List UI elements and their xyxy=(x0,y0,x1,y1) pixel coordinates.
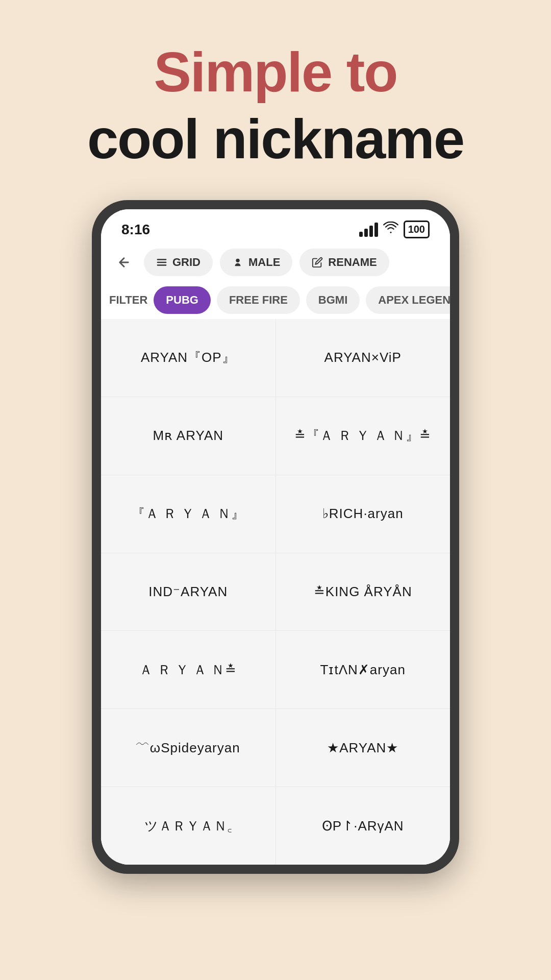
nickname-text-11: ★ARYAN★ xyxy=(327,740,398,756)
status-bar: 8:16 xyxy=(101,209,450,243)
filter-bar: FILTER PUBG FREE FIRE BGMI APEX LEGEND xyxy=(101,281,450,319)
nickname-text-13: ʘΡ↾·ARγAN xyxy=(322,818,404,834)
nickname-grid: ARYAN『OP』ARYAN×ViPMʀ ARYAN≛『Ａ Ｒ Ｙ Ａ Ｎ』≛『… xyxy=(101,319,450,865)
nickname-text-4: 『Ａ Ｒ Ｙ Ａ Ｎ』 xyxy=(132,505,245,523)
grid-chip[interactable]: GRID xyxy=(144,249,213,276)
nickname-cell-9[interactable]: TɪtΛN✗aryan xyxy=(276,631,450,708)
nickname-text-0: ARYAN『OP』 xyxy=(141,349,236,366)
nickname-cell-0[interactable]: ARYAN『OP』 xyxy=(101,319,276,397)
nickname-cell-7[interactable]: ≛KING ÅRYÅN xyxy=(276,553,450,631)
nickname-cell-2[interactable]: Mʀ ARYAN xyxy=(101,397,276,475)
filter-bgmi[interactable]: BGMI xyxy=(306,286,360,314)
filter-apex[interactable]: APEX LEGEND xyxy=(366,286,450,314)
nav-bar: GRID MALE RENAME xyxy=(101,243,450,281)
nickname-cell-11[interactable]: ★ARYAN★ xyxy=(276,709,450,787)
nickname-text-9: TɪtΛN✗aryan xyxy=(320,662,406,678)
nickname-text-2: Mʀ ARYAN xyxy=(153,428,223,444)
nickname-text-10: ﹋ωSpideyaryan xyxy=(136,739,240,757)
nickname-cell-6[interactable]: IND⁻ARYAN xyxy=(101,553,276,631)
phone-screen: 8:16 xyxy=(101,209,450,865)
nickname-cell-1[interactable]: ARYAN×ViP xyxy=(276,319,450,397)
rename-chip[interactable]: RENAME xyxy=(299,249,389,276)
header-line2: cool nickname xyxy=(87,108,464,169)
nickname-text-7: ≛KING ÅRYÅN xyxy=(314,584,412,600)
status-time: 8:16 xyxy=(121,222,150,238)
page-wrapper: Simple to cool nickname 8:16 xyxy=(0,0,551,980)
nickname-text-1: ARYAN×ViP xyxy=(324,350,402,365)
svg-point-0 xyxy=(236,259,239,262)
filter-freefire[interactable]: FREE FIRE xyxy=(217,286,300,314)
nickname-cell-5[interactable]: ♭RICH·aryan xyxy=(276,475,450,553)
nickname-cell-13[interactable]: ʘΡ↾·ARγAN xyxy=(276,787,450,865)
male-chip[interactable]: MALE xyxy=(220,249,292,276)
nickname-cell-4[interactable]: 『Ａ Ｒ Ｙ Ａ Ｎ』 xyxy=(101,475,276,553)
nickname-text-12: ツＡＲＹＡＮ꜀ xyxy=(144,817,232,835)
nickname-cell-10[interactable]: ﹋ωSpideyaryan xyxy=(101,709,276,787)
header-line1: Simple to xyxy=(87,41,464,103)
nickname-text-6: IND⁻ARYAN xyxy=(148,584,228,600)
wifi-icon xyxy=(383,222,398,237)
filter-label: FILTER xyxy=(109,293,147,307)
filter-pubg[interactable]: PUBG xyxy=(154,286,211,314)
signal-icon xyxy=(359,223,378,237)
nickname-cell-8[interactable]: Ａ Ｒ Ｙ Ａ Ｎ≛ xyxy=(101,631,276,708)
status-icons: 100 xyxy=(359,220,430,238)
nickname-text-5: ♭RICH·aryan xyxy=(322,506,404,522)
nickname-text-3: ≛『Ａ Ｒ Ｙ Ａ Ｎ』≛ xyxy=(294,427,431,445)
phone-mockup: 8:16 xyxy=(92,200,459,874)
battery-icon: 100 xyxy=(404,220,430,238)
nickname-cell-3[interactable]: ≛『Ａ Ｒ Ｙ Ａ Ｎ』≛ xyxy=(276,397,450,475)
nickname-cell-12[interactable]: ツＡＲＹＡＮ꜀ xyxy=(101,787,276,865)
back-button[interactable] xyxy=(111,250,137,275)
header-text: Simple to cool nickname xyxy=(87,41,464,169)
nickname-text-8: Ａ Ｒ Ｙ Ａ Ｎ≛ xyxy=(139,661,237,679)
